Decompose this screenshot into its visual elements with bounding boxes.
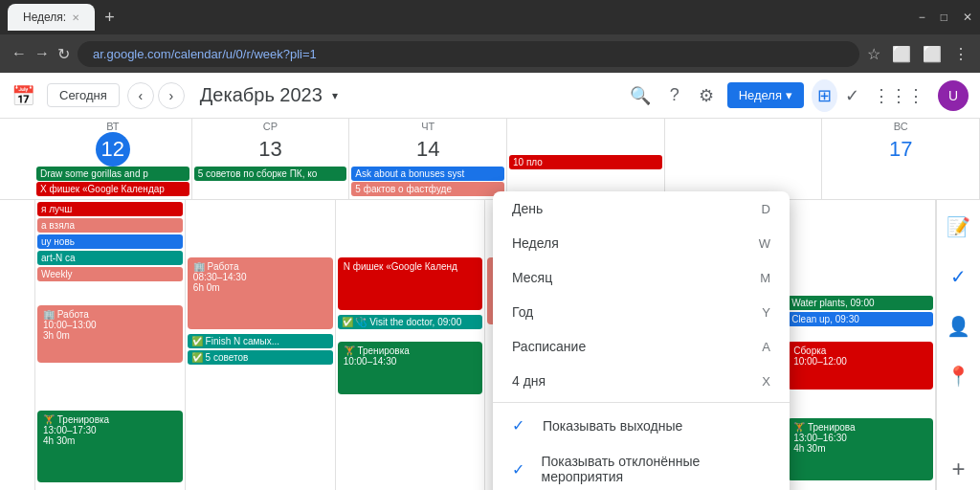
- menu-item-4days-key: X: [762, 374, 770, 389]
- menu-item-weekends-label: Показывать выходные: [543, 418, 682, 434]
- event-buy-new[interactable]: uy новь: [37, 234, 183, 249]
- day-name-wed: СР: [194, 121, 347, 132]
- day-number-sun[interactable]: 17: [883, 132, 918, 167]
- check-weekends-icon: ✓: [512, 416, 535, 434]
- menu-item-show-declined[interactable]: ✓ Показывать отклонённые мероприятия: [493, 444, 790, 490]
- menu-item-schedule-label: Расписание: [512, 339, 586, 354]
- address-bar: ← → ↻ ☆ ⬜ ⬜ ⋮: [0, 34, 980, 73]
- day-header-sun: ВС 17: [824, 121, 977, 167]
- menu-item-month-label: Месяц: [512, 270, 552, 285]
- event-trenirovka-sun[interactable]: 🏋 Тренирова13:00–16:304h 30m: [788, 418, 933, 480]
- refresh-icon[interactable]: ↻: [57, 45, 70, 63]
- menu-item-day[interactable]: День D: [493, 191, 790, 226]
- bookmark-icon[interactable]: ☆: [867, 45, 880, 63]
- day-number-wed[interactable]: 13: [253, 132, 287, 167]
- day-number-sat[interactable]: [725, 121, 760, 155]
- grid-view-button[interactable]: ⊞: [812, 79, 837, 112]
- menu-item-week[interactable]: Неделя W: [493, 226, 790, 260]
- list-view-button[interactable]: ✓: [839, 79, 865, 112]
- calendar-logo: 📅: [11, 84, 35, 107]
- event-nfishek[interactable]: N фишек «Google Календ: [338, 257, 483, 310]
- event-art-n[interactable]: art-N ca: [37, 251, 183, 265]
- active-tab[interactable]: Неделя: ✕: [8, 4, 95, 31]
- event-trenirovka-tue[interactable]: 🏋 Тренировка13:00–17:304h 30m: [37, 411, 183, 482]
- allday-event-bonuses[interactable]: Ask about a bonuses syst: [351, 167, 504, 181]
- profile-icon[interactable]: ⬜: [923, 45, 942, 63]
- apps-icon[interactable]: ⋮⋮⋮: [867, 79, 930, 112]
- url-input[interactable]: [78, 41, 859, 67]
- menu-item-show-weekends[interactable]: ✓ Показывать выходные: [493, 407, 790, 444]
- allday-event-fastfood[interactable]: 5 фактов о фастфуде: [351, 182, 504, 196]
- month-title: Декабрь 2023: [200, 84, 323, 106]
- event-luchsh[interactable]: я лучш: [37, 202, 183, 216]
- event-doctor[interactable]: ✅ 🩺 Visit the doctor, 09:00: [338, 315, 483, 329]
- settings-icon[interactable]: ⚙: [693, 79, 720, 112]
- allday-row: ВТ 12 Draw some gorillas and p X фишек «…: [0, 119, 980, 200]
- today-button[interactable]: Сегодня: [47, 83, 120, 107]
- view-dropdown-menu: День D Неделя W Месяц M Год Y Расписание…: [493, 191, 790, 490]
- contacts-icon[interactable]: 👤: [939, 307, 978, 345]
- allday-event-gorillas[interactable]: Draw some gorillas and p: [36, 167, 189, 181]
- menu-icon[interactable]: ⋮: [953, 45, 969, 63]
- forward-icon[interactable]: →: [34, 45, 50, 62]
- search-icon[interactable]: 🔍: [624, 79, 657, 112]
- calendar-app: 📅 Сегодня ‹ › Декабрь 2023 ▾ 🔍 ? ⚙ Недел…: [0, 73, 980, 490]
- new-tab-button[interactable]: +: [99, 6, 121, 30]
- maps-icon[interactable]: 📍: [939, 357, 978, 395]
- day-number-tue[interactable]: 12: [96, 132, 130, 167]
- view-label: Неделя: [739, 88, 782, 102]
- allday-col-fri: 10 пло: [507, 119, 665, 199]
- event-rabota-tue[interactable]: 🏢 Работа10:00–13:003h 0m: [37, 305, 183, 363]
- month-dropdown-arrow[interactable]: ▾: [332, 89, 338, 102]
- calendar-main: 📅 Сегодня ‹ › Декабрь 2023 ▾ 🔍 ? ⚙ Недел…: [0, 73, 980, 490]
- event-vzyala[interactable]: а взяла: [37, 218, 183, 233]
- events-grid: я лучш а взяла uy новь art-N ca Weekly 🏢…: [34, 200, 936, 490]
- day-events-tue: я лучш а взяла uy новь art-N ca Weekly 🏢…: [35, 200, 186, 490]
- menu-item-schedule[interactable]: Расписание A: [493, 329, 790, 364]
- allday-event-google-cal[interactable]: X фишек «Google Календар: [36, 182, 189, 196]
- allday-event-10plo[interactable]: 10 пло: [509, 155, 662, 169]
- event-5-sovetov[interactable]: ✅ 5 советов: [188, 350, 333, 365]
- close-button[interactable]: ✕: [963, 11, 972, 24]
- minimize-button[interactable]: −: [919, 11, 925, 24]
- event-finish-n[interactable]: ✅ Finish N самых...: [188, 334, 333, 348]
- view-dropdown-button[interactable]: Неделя ▾: [727, 82, 804, 108]
- toolbar-right: 🔍 ? ⚙ Неделя ▾ ⊞ ✓ ⋮⋮⋮ U: [624, 79, 969, 112]
- tasks-icon[interactable]: ✓: [943, 257, 974, 296]
- day-name-tue: ВТ: [36, 121, 189, 132]
- add-button[interactable]: +: [951, 456, 965, 482]
- notes-icon[interactable]: 📝: [939, 208, 978, 246]
- menu-item-year[interactable]: Год Y: [493, 295, 790, 329]
- day-header-thu: ЧТ 14: [351, 121, 504, 167]
- back-icon[interactable]: ←: [11, 45, 27, 62]
- day-name-thu: ЧТ: [351, 121, 504, 132]
- event-weekly[interactable]: Weekly: [37, 267, 183, 281]
- maximize-button[interactable]: □: [941, 11, 947, 24]
- day-number-fri[interactable]: [568, 121, 603, 155]
- left-sidebar: [0, 200, 34, 490]
- extension-icon[interactable]: ⬜: [892, 45, 911, 63]
- menu-divider-1: [493, 402, 790, 403]
- help-icon[interactable]: ?: [664, 79, 685, 111]
- prev-button[interactable]: ‹: [127, 82, 154, 109]
- menu-item-4days[interactable]: 4 дня X: [493, 364, 790, 398]
- day-events-sun: Water plants, 09:00 Clean up, 09:30 Сбор…: [786, 200, 936, 490]
- event-sborka[interactable]: Сборка10:00–12:00: [788, 342, 933, 390]
- menu-item-month-key: M: [760, 271, 770, 285]
- day-number-thu[interactable]: 14: [411, 132, 445, 167]
- menu-item-week-label: Неделя: [512, 235, 559, 251]
- tab-close-button[interactable]: ✕: [72, 12, 79, 23]
- user-avatar[interactable]: U: [938, 80, 969, 111]
- menu-item-month[interactable]: Месяц M: [493, 260, 790, 295]
- allday-event-sovetov[interactable]: 5 советов по сборке ПК, ко: [194, 167, 347, 181]
- event-trenirovka-thu[interactable]: 🏋 Тренировка10:00–14:30: [338, 342, 483, 394]
- menu-item-year-key: Y: [762, 305, 770, 320]
- event-water-plants[interactable]: Water plants, 09:00: [788, 296, 933, 310]
- allday-spacer: [0, 119, 34, 199]
- tab-bar: Неделя: ✕ +: [8, 4, 121, 31]
- event-rabota-wed[interactable]: 🏢 Работа08:30–14:306h 0m: [188, 257, 333, 329]
- menu-item-4days-label: 4 дня: [512, 373, 546, 389]
- window-controls: − □ ✕: [919, 11, 972, 24]
- event-clean-up[interactable]: Clean up, 09:30: [788, 312, 933, 326]
- next-button[interactable]: ›: [158, 82, 185, 109]
